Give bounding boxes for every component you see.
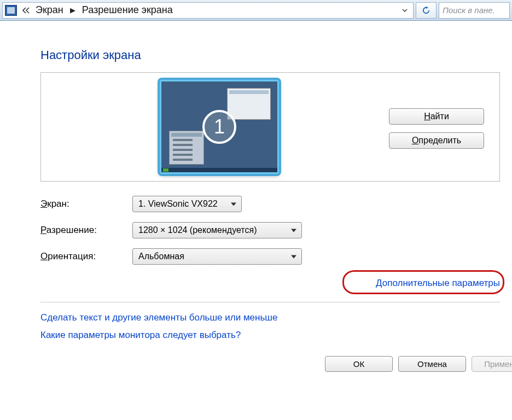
which-settings-link[interactable]: Какие параметры монитора следует выбрать… [40,330,512,341]
orientation-select[interactable]: Альбомная [132,248,302,265]
screen-select[interactable]: 1. ViewSonic VX922 [132,196,242,212]
apply-button: Применить [472,356,512,372]
divider [40,302,500,302]
preview-taskbar-icon [161,168,277,172]
display-number-badge: 1 [202,110,236,144]
search-placeholder: Поиск в пане. [443,5,495,15]
content-area: Настройки экрана 1 Найти Определить Экра… [0,21,512,372]
preview-side-buttons: Найти Определить [389,105,491,149]
dialog-footer: ОК Отмена Применить [40,356,512,372]
preview-start-icon [163,168,168,172]
page-title: Настройки экрана [40,48,512,62]
preview-window-icon [169,131,204,165]
find-button[interactable]: Найти [389,108,484,125]
row-orientation: Ориентация: Альбомная [40,248,500,265]
refresh-button[interactable] [416,2,437,19]
label-orientation: Ориентация: [40,251,132,262]
breadcrumb-item-screen[interactable]: Экран [36,4,63,16]
monitor-preview-wrap: 1 [50,80,389,174]
monitor-preview[interactable]: 1 [160,80,279,174]
advanced-settings-link[interactable]: Дополнительные параметры [376,278,500,289]
preview-window-icon [227,88,271,120]
search-input[interactable]: Поиск в пане. [439,2,510,19]
advanced-link-row: Дополнительные параметры [40,278,500,289]
settings-form: Экран: 1. ViewSonic VX922 Разрешение: 12… [40,196,500,265]
label-screen: Экран: [40,199,132,209]
label-resolution: Разрешение: [40,225,132,236]
row-resolution: Разрешение: 1280 × 1024 (рекомендуется) [40,222,500,238]
control-panel-icon [5,5,17,16]
identify-button[interactable]: Определить [389,132,484,149]
text-size-link[interactable]: Сделать текст и другие элементы больше и… [40,312,512,323]
display-preview-panel: 1 Найти Определить [40,72,500,182]
breadcrumb-dropdown-icon[interactable] [399,3,411,18]
cancel-button[interactable]: Отмена [398,356,466,372]
back-chevron-icon[interactable] [20,3,32,18]
row-screen: Экран: 1. ViewSonic VX922 [40,196,500,212]
breadcrumb-bar[interactable]: Экран ▶ Разрешение экрана [2,2,414,19]
resolution-select[interactable]: 1280 × 1024 (рекомендуется) [132,222,302,238]
ok-button[interactable]: ОК [325,356,393,372]
breadcrumb-separator-icon: ▶ [70,6,75,14]
breadcrumb-item-resolution[interactable]: Разрешение экрана [82,4,173,16]
address-bar: Экран ▶ Разрешение экрана Поиск в пане. [0,0,512,21]
